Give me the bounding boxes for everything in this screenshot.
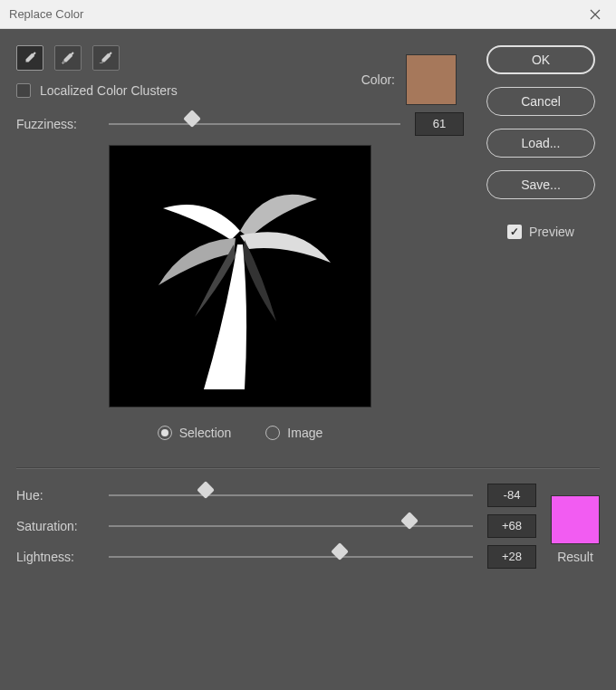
eyedropper-minus-button[interactable]: −: [92, 45, 120, 71]
color-label: Color:: [361, 72, 395, 87]
close-icon: [590, 9, 601, 20]
selection-preview: [109, 145, 371, 407]
cancel-button[interactable]: Cancel: [486, 87, 595, 116]
hue-label: Hue:: [16, 488, 94, 503]
color-swatch[interactable]: [406, 54, 457, 105]
palm-tree-icon: [127, 158, 353, 394]
eyedropper-icon: [22, 50, 38, 66]
fuzziness-value[interactable]: 61: [415, 112, 464, 136]
window-title: Replace Color: [9, 7, 83, 21]
eyedropper-plus-icon: +: [60, 50, 76, 66]
title-bar: Replace Color: [0, 0, 616, 29]
save-button[interactable]: Save...: [486, 170, 595, 199]
radio-image-label: Image: [287, 426, 322, 440]
saturation-value[interactable]: +68: [487, 514, 536, 538]
result-swatch[interactable]: [551, 495, 600, 544]
eyedropper-button[interactable]: [16, 45, 43, 71]
ok-button[interactable]: OK: [486, 45, 595, 74]
saturation-slider[interactable]: [109, 525, 473, 527]
close-button[interactable]: [574, 0, 616, 29]
lightness-value[interactable]: +28: [487, 545, 536, 569]
radio-image[interactable]: Image: [265, 426, 322, 440]
lightness-thumb[interactable]: [331, 542, 349, 561]
localized-checkbox[interactable]: [16, 83, 31, 98]
svg-text:−: −: [100, 59, 104, 67]
fuzziness-slider[interactable]: [109, 123, 400, 125]
hue-slider[interactable]: [109, 494, 473, 496]
preview-checkbox[interactable]: ✓: [507, 225, 522, 239]
saturation-label: Saturation:: [16, 519, 94, 533]
divider: [16, 467, 600, 469]
lightness-label: Lightness:: [16, 550, 94, 564]
sample-color: [407, 55, 456, 104]
eyedropper-minus-icon: −: [98, 50, 114, 66]
radio-selection[interactable]: Selection: [158, 426, 232, 440]
fuzziness-thumb[interactable]: [183, 110, 201, 128]
load-button[interactable]: Load...: [486, 129, 595, 158]
radio-selection-label: Selection: [179, 426, 232, 440]
eyedropper-plus-button[interactable]: +: [54, 45, 82, 71]
hue-thumb[interactable]: [197, 481, 215, 499]
preview-label: Preview: [529, 225, 574, 239]
hue-value[interactable]: -84: [487, 484, 536, 507]
fuzziness-label: Fuzziness:: [16, 117, 94, 131]
radio-selection-indicator: [158, 426, 172, 440]
lightness-slider[interactable]: [109, 556, 473, 558]
saturation-thumb[interactable]: [400, 512, 419, 530]
localized-label: Localized Color Clusters: [40, 83, 178, 98]
radio-image-indicator: [265, 426, 280, 440]
result-label: Result: [557, 550, 593, 564]
svg-text:+: +: [62, 59, 66, 67]
